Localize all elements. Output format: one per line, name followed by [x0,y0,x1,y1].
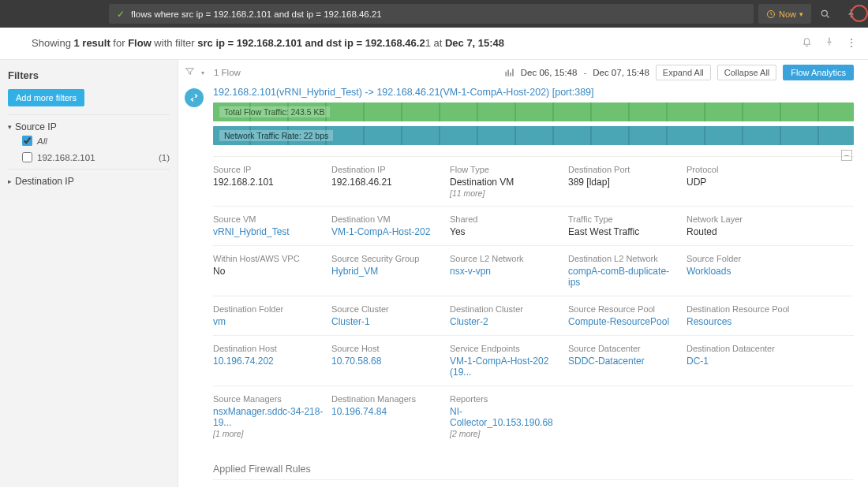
attribute-label: Source IP [213,165,324,174]
search-icon-button[interactable] [814,4,836,24]
attribute-value[interactable]: vm [213,316,324,327]
attribute-label: Shared [450,214,560,224]
attribute-value[interactable]: nsx-v-vpn [450,266,560,277]
attribute-more-link[interactable]: [1 more] [213,429,324,438]
attribute-row: Source ManagersnsxManager.sddc-34-218-19… [213,386,854,446]
attribute-value[interactable]: Cluster-2 [450,316,560,327]
attribute-label: Protocol [687,165,797,174]
attribute-value: 192.168.46.21 [331,177,442,188]
attribute-label: Source Resource Pool [568,304,679,314]
magnifier-icon [820,9,831,20]
attribute-value: Destination VM [450,177,560,188]
attribute-label: Within Host/AWS VPC [213,254,324,263]
attribute-more-link[interactable]: [2 more] [450,429,560,438]
attribute-value[interactable]: Compute-ResourcePool [568,316,679,327]
attribute-cell: Source FolderWorkloads [687,254,805,288]
results-panel: ▾ 1 Flow Dec 06, 15:48 - Dec 07, 15:48 E… [178,60,868,487]
collapse-all-button[interactable]: Collapse All [717,65,776,80]
attribute-cell [568,394,687,438]
attribute-value[interactable]: vRNI_Hybrid_Test [213,226,324,237]
attribute-cell [687,394,805,438]
attribute-cell: Source Host10.70.58.68 [331,344,450,378]
result-summary-text: Showing 1 result for Flow with filter sr… [32,37,504,49]
attribute-more-link[interactable]: [11 more] [450,188,560,198]
header-pin-icon[interactable] [824,36,835,50]
attribute-cell: Network LayerRouted [687,214,805,237]
flow-analytics-button[interactable]: Flow Analytics [783,65,854,80]
attribute-value[interactable]: 10.70.58.68 [331,356,442,367]
network-traffic-rate-bar[interactable]: Network Traffic Rate: 22 bps [213,126,854,145]
attribute-value[interactable]: Hybrid_VM [331,266,442,277]
filter-item-ip[interactable]: 192.168.2.101 (1) [8,149,170,166]
svg-point-1 [821,10,827,16]
attribute-cell: Source ClusterCluster-1 [331,304,450,327]
chevron-down-icon: ▾ [201,69,204,76]
attribute-cell: Destination Resource PoolResources [687,304,805,327]
flow-count-label: 1 Flow [214,68,241,77]
time-controls: Dec 06, 15:48 - Dec 07, 15:48 Expand All… [503,65,854,80]
attribute-cell: Destination VMVM-1-CompA-Host-202 [331,214,450,237]
help-badge[interactable] [851,5,868,22]
caret-down-icon: ▾ [8,123,12,131]
attribute-value[interactable]: VM-1-CompA-Host-202 [331,226,442,237]
attribute-value[interactable]: NI-Collector_10.153.190.68 [450,406,560,428]
attribute-cell: Source IP192.168.2.101 [213,165,331,198]
attribute-label: Destination VM [331,214,442,224]
attribute-cell: Destination DatacenterDC-1 [687,344,805,378]
more-menu-icon[interactable]: ⋮ [846,36,857,49]
add-more-filters-button[interactable]: Add more filters [8,89,84,106]
attribute-value[interactable]: 10.196.74.84 [331,406,442,417]
attribute-value: 192.168.2.101 [213,177,324,188]
flow-title-link[interactable]: 192.168.2.101(vRNI_Hybrid_Test) -> 192.1… [213,87,854,98]
search-query-text: flows where src ip = 192.168.2.101 and d… [131,9,746,19]
attribute-row: Destination FoldervmSource ClusterCluste… [213,296,854,335]
attribute-cell: Service EndpointsVM-1-CompA-Host-202 (19… [450,344,568,378]
attribute-value[interactable]: 10.196.74.202 [213,356,324,367]
bars-icon[interactable] [503,67,514,78]
attribute-label: Destination IP [331,165,442,174]
attribute-panel: − Source IP192.168.2.101Destination IP19… [178,150,868,446]
checkbox-ip[interactable] [22,152,32,162]
attribute-cell: Destination Host10.196.74.202 [213,344,331,378]
filter-head-source-ip[interactable]: ▾ Source IP [8,121,170,132]
attribute-cell: Source VMvRNI_Hybrid_Test [213,214,331,237]
attribute-value[interactable]: SDDC-Datacenter [568,356,679,367]
range-from[interactable]: Dec 06, 15:48 [521,68,578,77]
firewall-table-header: Manager Rule RuleID Action ⋮ [213,479,854,487]
attribute-label: Destination Resource Pool [687,304,797,314]
attribute-value[interactable]: compA-comB-duplicate-ips [568,266,679,288]
attribute-value[interactable]: Resources [687,316,797,327]
attribute-cell: Destination Managers10.196.74.84 [331,394,450,438]
attribute-value[interactable]: DC-1 [687,356,797,367]
checkbox-all[interactable] [22,136,32,146]
filter-item-all[interactable]: All [8,132,170,149]
attribute-cell: Source Resource PoolCompute-ResourcePool [568,304,687,327]
filter-head-destination-ip[interactable]: ▸ Destination IP [8,176,170,187]
attribute-cell: Within Host/AWS VPCNo [213,254,331,288]
svg-rect-2 [505,72,507,76]
filters-title: Filters [8,69,170,81]
clock-icon [766,9,776,19]
attribute-value: Routed [687,226,797,237]
attribute-cell: Source ManagersnsxManager.sddc-34-218-19… [213,394,331,438]
attribute-value[interactable]: nsxManager.sddc-34-218-19... [213,406,324,428]
expand-all-button[interactable]: Expand All [656,65,711,80]
range-to[interactable]: Dec 07, 15:48 [593,68,649,77]
attribute-label: Source Datacenter [568,344,679,353]
attribute-value[interactable]: VM-1-CompA-Host-202 (19... [450,356,560,378]
flow-body: 192.168.2.101(vRNI_Hybrid_Test) -> 192.1… [213,87,854,150]
attribute-value: 389 [ldap] [568,177,679,188]
attribute-label: Network Layer [687,214,797,224]
funnel-icon[interactable] [185,66,195,79]
attribute-value[interactable]: Cluster-1 [331,316,442,327]
collapse-button[interactable]: − [841,150,852,161]
time-now-button[interactable]: Now ▾ [758,4,811,24]
attribute-cell: Flow TypeDestination VM[11 more] [450,165,568,198]
main: Filters Add more filters ▾ Source IP All… [0,60,868,487]
attribute-cell: Destination L2 NetworkcompA-comB-duplica… [568,254,687,288]
attribute-value[interactable]: Workloads [687,266,797,277]
bell-icon[interactable] [801,35,813,50]
total-flow-traffic-bar[interactable]: Total Flow Traffic: 243.5 KB [213,102,854,121]
attribute-label: Source L2 Network [450,254,560,263]
search-input[interactable]: ✓ flows where src ip = 192.168.2.101 and… [109,4,754,24]
